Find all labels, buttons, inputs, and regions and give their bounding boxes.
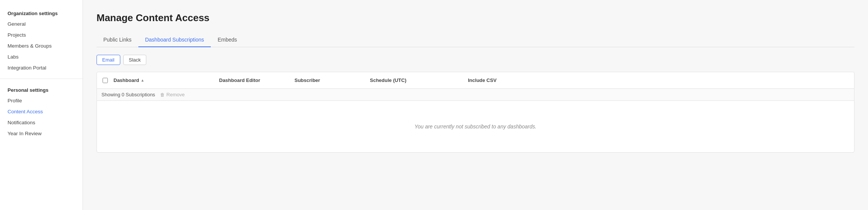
empty-state: You are currently not subscribed to any … (97, 101, 854, 152)
column-include-csv: Include CSV (463, 76, 524, 85)
table-subheader: Showing 0 Subscriptions 🗑 Remove (97, 89, 854, 101)
filter-email-button[interactable]: Email (97, 55, 120, 65)
sidebar-item-general[interactable]: General (0, 19, 83, 29)
trash-icon: 🗑 (160, 92, 165, 97)
sidebar-item-profile[interactable]: Profile (0, 95, 83, 106)
column-subscriber: Subscriber (290, 76, 365, 85)
sort-icon: ▲ (141, 78, 144, 82)
page-title: Manage Content Access (97, 12, 854, 24)
sidebar-item-integration-portal[interactable]: Integration Portal (0, 62, 83, 73)
sidebar: Organization settings General Projects M… (0, 0, 83, 210)
filter-slack-button[interactable]: Slack (123, 55, 147, 65)
select-all-cell (97, 76, 109, 85)
remove-button[interactable]: 🗑 Remove (160, 92, 184, 97)
column-dashboard: Dashboard ▲ (109, 76, 215, 85)
tab-embeds[interactable]: Embeds (211, 33, 244, 47)
sidebar-item-labs[interactable]: Labs (0, 51, 83, 62)
org-section-title: Organization settings (0, 8, 83, 19)
sidebar-divider (0, 79, 83, 79)
column-schedule-utc: Schedule (UTC) (365, 76, 463, 85)
select-all-checkbox[interactable] (103, 78, 108, 83)
empty-message: You are currently not subscribed to any … (414, 124, 537, 130)
tab-bar: Public Links Dashboard Subscriptions Emb… (97, 33, 854, 47)
main-content: Manage Content Access Public Links Dashb… (83, 0, 868, 210)
table-header: Dashboard ▲ Dashboard Editor Subscriber … (97, 72, 854, 89)
tab-public-links[interactable]: Public Links (97, 33, 138, 47)
sidebar-item-year-in-review[interactable]: Year In Review (0, 128, 83, 139)
sidebar-item-members-groups[interactable]: Members & Groups (0, 40, 83, 51)
showing-count: Showing 0 Subscriptions (101, 92, 155, 97)
sidebar-item-projects[interactable]: Projects (0, 29, 83, 40)
subscriptions-table: Dashboard ▲ Dashboard Editor Subscriber … (97, 72, 854, 153)
sidebar-item-notifications[interactable]: Notifications (0, 117, 83, 128)
filter-buttons: Email Slack (97, 55, 854, 65)
personal-section-title: Personal settings (0, 84, 83, 95)
column-dashboard-editor: Dashboard Editor (215, 76, 290, 85)
tab-dashboard-subscriptions[interactable]: Dashboard Subscriptions (138, 33, 211, 47)
sidebar-item-content-access[interactable]: Content Access (0, 106, 83, 117)
